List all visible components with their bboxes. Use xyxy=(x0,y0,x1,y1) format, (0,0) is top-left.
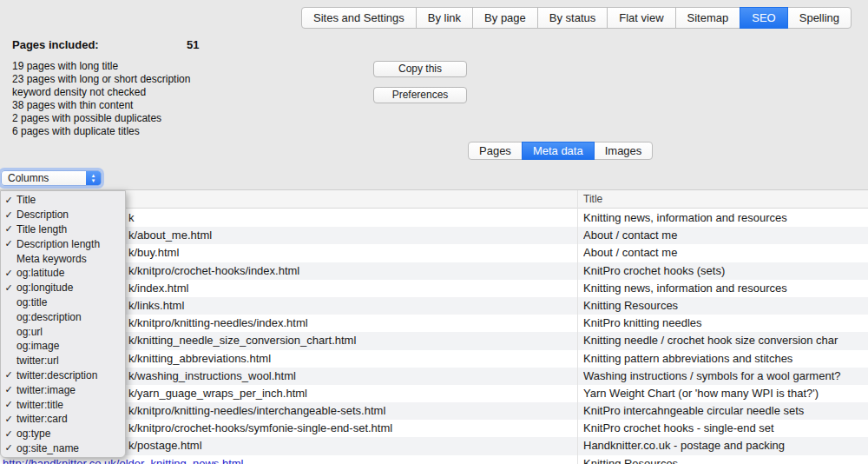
columns-menu-item[interactable]: ✓ Title length xyxy=(1,222,125,237)
columns-menu: ✓ Title ✓ Description ✓ Title length ✓ D… xyxy=(0,190,126,458)
table-row[interactable]: k/knitpro/crochet-hooks/symfonie-single-… xyxy=(0,420,868,437)
subtab[interactable]: Images xyxy=(594,142,654,160)
subtab[interactable]: Meta data xyxy=(522,142,595,160)
main-tab[interactable]: Sites and Settings xyxy=(301,7,417,29)
menu-item-label: twitter:title xyxy=(16,399,63,411)
columns-menu-item[interactable]: ✓ og:latitude xyxy=(1,266,125,281)
columns-menu-item[interactable]: twitter:url xyxy=(1,354,125,368)
table-row[interactable]: k/knitpro/knitting-needles/interchangeab… xyxy=(0,402,868,420)
summary-panel: Pages included: 51 19 pages with long ti… xyxy=(12,38,359,138)
columns-menu-item[interactable]: ✓ twitter:card xyxy=(1,412,125,427)
main-tab[interactable]: By page xyxy=(472,7,538,29)
checkmark-icon: ✓ xyxy=(1,384,16,395)
menu-item-label: Title length xyxy=(16,223,67,235)
preferences-button[interactable]: Preferences xyxy=(373,87,467,103)
checkmark-icon: ✓ xyxy=(1,399,16,410)
title-cell: Knitting news, information and resources xyxy=(583,209,868,227)
table-row[interactable]: k/buy.html About / contact me xyxy=(0,244,868,262)
pages-included-label: Pages included: xyxy=(12,38,99,51)
table-row[interactable]: k/yarn_guage_wraps_per_inch.html Yarn We… xyxy=(0,385,868,402)
main-tab[interactable]: Flat view xyxy=(607,7,675,29)
title-cell: Knitting news, information and resources xyxy=(583,280,868,297)
subtab[interactable]: Pages xyxy=(468,142,523,160)
columns-menu-item[interactable]: ✓ twitter:description xyxy=(1,368,125,383)
tab-label: By link xyxy=(428,11,461,24)
table-header: Title xyxy=(0,190,868,209)
main-tab[interactable]: By link xyxy=(416,7,473,29)
subtab-label: Images xyxy=(605,144,642,157)
tab-label: Sitemap xyxy=(687,11,729,24)
table-row[interactable]: k/knitpro/knitting-needles/index.html Kn… xyxy=(0,315,868,332)
columns-menu-item[interactable]: Meta keywords xyxy=(1,251,125,266)
columns-menu-item[interactable]: og:description xyxy=(1,309,125,324)
columns-menu-item[interactable]: ✓ twitter:title xyxy=(1,397,125,412)
main-tab[interactable]: SEO xyxy=(740,7,787,29)
summary-head: Pages included: 51 xyxy=(12,38,359,54)
columns-menu-item[interactable]: ✓ Description xyxy=(1,208,125,222)
table-row[interactable]: k/knitpro/crochet-hooks/index.html KnitP… xyxy=(0,262,868,280)
title-cell: KnitPro knitting needles xyxy=(583,315,868,332)
stat-line: 2 pages with possible duplicates xyxy=(12,112,359,125)
table-row[interactable]: k/knitting_needle_size_conversion_chart.… xyxy=(0,332,868,349)
view-subtabs: Pages Meta data Images xyxy=(469,142,653,160)
columns-menu-item[interactable]: ✓ Title xyxy=(1,193,125,208)
main-tab[interactable]: Sitemap xyxy=(675,7,741,29)
columns-menu-item[interactable]: og:url xyxy=(1,324,125,339)
columns-menu-item[interactable]: ✓ Description length xyxy=(1,236,125,251)
table-row[interactable]: k/links.html Knitting Resources xyxy=(0,297,868,315)
columns-dropdown-button[interactable]: Columns ▴ ▾ xyxy=(1,170,102,186)
table-row[interactable]: k/postage.html Handknitter.co.uk - posta… xyxy=(0,437,868,454)
title-cell: KnitPro crochet hooks (sets) xyxy=(583,262,868,280)
title-cell: Knitting Resources xyxy=(583,455,868,464)
menu-item-label: twitter:image xyxy=(16,384,76,396)
main-tabbar: Sites and Settings By link By page By st… xyxy=(302,7,852,29)
title-column-header[interactable]: Title xyxy=(583,190,602,209)
menu-item-label: og:latitude xyxy=(16,267,64,279)
columns-menu-item[interactable]: ✓ og:site_name xyxy=(1,441,125,456)
copy-this-button[interactable]: Copy this xyxy=(373,61,467,77)
menu-item-label: Meta keywords xyxy=(16,253,87,265)
tab-label: SEO xyxy=(752,11,775,24)
table-row[interactable]: k/washing_instructions_wool.html Washing… xyxy=(0,368,868,385)
menu-item-label: twitter:card xyxy=(16,413,68,425)
stat-line: 38 pages with thin content xyxy=(12,99,359,112)
dropdown-caret-icon: ▴ ▾ xyxy=(86,171,101,185)
main-tab[interactable]: Spelling xyxy=(787,7,852,29)
tab-label: By status xyxy=(549,11,595,24)
table-row[interactable]: k Knitting news, information and resourc… xyxy=(0,209,868,227)
menu-item-label: twitter:url xyxy=(16,355,59,367)
columns-menu-item[interactable]: ✓ og:type xyxy=(1,427,125,441)
table-row[interactable]: http://handknitter.co.uk/older_knitting_… xyxy=(0,455,868,464)
title-cell: Handknitter.co.uk - postage and packing xyxy=(583,437,868,454)
results-table: Title k Knitting news, information and r… xyxy=(0,189,868,464)
menu-item-label: og:type xyxy=(16,428,50,440)
tab-label: Sites and Settings xyxy=(313,11,404,24)
table-row[interactable]: k/about_me.html About / contact me xyxy=(0,227,868,244)
title-cell: Knitting Resources xyxy=(583,297,868,315)
checkmark-icon: ✓ xyxy=(1,282,16,294)
checkmark-icon: ✓ xyxy=(1,268,16,279)
pages-included-count: 51 xyxy=(187,38,199,51)
title-cell: Knitting pattern abbreviations and stitc… xyxy=(583,350,868,368)
title-cell: KnitPro crochet hooks - single-end set xyxy=(583,420,868,437)
title-cell: Knitting needle / crochet hook size conv… xyxy=(583,332,868,349)
columns-dropdown-label: Columns xyxy=(2,171,86,185)
columns-menu-item[interactable]: og:title xyxy=(1,295,125,310)
columns-menu-item[interactable]: og:image xyxy=(1,339,125,354)
tab-label: By page xyxy=(484,11,526,24)
title-cell: About / contact me xyxy=(583,244,868,262)
columns-menu-item[interactable]: ✓ og:longitude xyxy=(1,281,125,295)
main-tab[interactable]: By status xyxy=(537,7,608,29)
checkmark-icon: ✓ xyxy=(1,195,16,206)
menu-item-label: og:description xyxy=(16,311,82,323)
columns-menu-item[interactable]: ✓ twitter:image xyxy=(1,382,125,397)
stat-line: 23 pages with long or short description xyxy=(12,73,359,86)
table-row[interactable]: k/knitting_abbreviations.html Knitting p… xyxy=(0,350,868,368)
menu-item-label: og:url xyxy=(16,326,43,338)
menu-item-label: Description length xyxy=(16,238,100,250)
table-row[interactable]: k/index.html Knitting news, information … xyxy=(0,280,868,297)
stat-line: keyword density not checked xyxy=(12,86,359,99)
title-cell: Washing instructions / symbols for a woo… xyxy=(583,368,868,385)
checkmark-icon: ✓ xyxy=(1,369,16,381)
tab-label: Flat view xyxy=(619,11,663,24)
